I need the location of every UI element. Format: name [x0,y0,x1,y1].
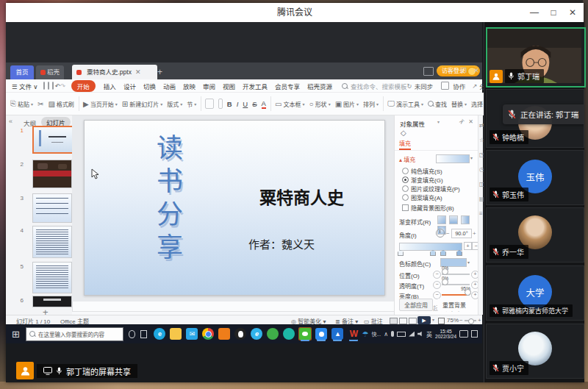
taskbar-app-green[interactable] [267,328,279,340]
brightness-slider[interactable] [442,291,470,298]
apps-grid-icon[interactable] [423,67,434,76]
collaborate-button[interactable]: 协作 [440,82,465,90]
taskbar-search[interactable]: 在这里输入你要搜索的内容 [26,327,124,341]
menu-animation[interactable]: 动画 [163,82,176,90]
bold-button[interactable]: B [227,100,232,108]
slide-thumbnail-1[interactable] [32,126,74,154]
section-button[interactable]: 节▾ [187,100,196,108]
action-center-icon[interactable] [471,330,478,338]
screenshot-tool-icon[interactable] [459,330,468,338]
tray-expand-icon[interactable]: ∧ [384,331,388,338]
rail-icon[interactable]: ☆ [479,133,482,148]
rail-icon[interactable]: ≡ [479,207,482,221]
participant-tile-jiaxiaoning[interactable]: 贾小宁 [486,324,584,379]
tab-docer[interactable]: 稻壳 [36,65,64,79]
menu-start[interactable]: 开始 [71,80,96,92]
add-stop-button[interactable]: + [464,242,472,250]
find-button[interactable]: 查找 [428,100,447,108]
taskbar-app-orange[interactable] [218,328,230,340]
hide-background-checkbox[interactable]: 隐藏背景图形(B) [402,204,454,212]
fill-tab[interactable]: 填充 [399,139,411,150]
slide-thumbnail-6[interactable] [32,296,72,307]
play-options-icon[interactable]: ▾ [432,317,434,322]
angle-value[interactable]: 90.0° [451,229,472,238]
format-painter-button[interactable]: ▨格式刷 [48,100,74,108]
cortana-icon[interactable] [129,330,135,338]
wps-close-icon[interactable]: ✕ [470,65,482,76]
menu-review[interactable]: 审阅 [203,82,215,90]
sync-status[interactable]: ↻未同步 [407,82,434,90]
input-language[interactable]: 英 [426,330,432,338]
arrange-button[interactable]: 排列▾ [363,100,379,108]
taskbar-app-ie[interactable]: e [251,328,262,340]
menu-transition[interactable]: 切换 [143,82,156,90]
paste-button[interactable]: ⎘粘贴▾ [10,99,33,108]
slide[interactable]: 读书分享 粟特商人史 作者：魏义天 [84,120,385,296]
taskbar-app-qq[interactable] [234,328,246,340]
microphone-icon[interactable] [391,331,394,337]
taskbar-app-mail[interactable]: ✉ [186,328,198,340]
italic-button[interactable]: I [237,100,239,108]
normal-view-icon[interactable] [390,318,398,324]
new-tab-button[interactable]: + [157,67,162,77]
cut-icon[interactable]: ✂ [37,100,43,108]
taskbar-app-meeting[interactable] [315,328,327,340]
replace-button[interactable]: 替换▾ [451,100,467,108]
command-search[interactable]: 查找命令、搜索模板 [342,82,407,90]
fill-option-solid[interactable]: 纯色填充(S) [402,167,442,175]
gradient-style-1[interactable] [437,215,446,224]
tab-home[interactable]: 首页 [10,65,34,79]
apply-all-button[interactable]: 全部应用 [399,299,433,311]
menu-slideshow[interactable]: 放映 [183,82,196,90]
chevron-down-icon[interactable]: ▾ [467,260,470,265]
zoom-out-icon[interactable]: − [459,317,463,324]
rail-icon[interactable]: ▤ [479,192,482,207]
rail-icon[interactable]: ◷ [479,163,482,177]
participant-tile-zhonghaonan[interactable]: 正在讲话: 郭丁瑞 钟皓楠 [486,89,584,148]
present-tools-button[interactable]: 🖵演示工具▾ [387,99,423,108]
taskbar-app-explorer[interactable] [170,328,182,340]
network-icon[interactable] [409,332,415,337]
gradient-stop-1[interactable] [398,250,404,256]
rail-icon[interactable]: ◫ [479,177,482,192]
redo-icon[interactable]: ↷ [60,82,65,90]
menu-view[interactable]: 视图 [223,82,235,90]
tab-document[interactable]: 粟特商人史.pptx ✕ [72,65,157,79]
wps-minimize-icon[interactable]: — [445,65,457,76]
pin-icon[interactable]: ⊼ [458,118,466,126]
volume-icon[interactable] [417,331,423,337]
participant-tile-guoyanan[interactable]: 大学 郭雅楠内蒙古师范大学 [486,265,584,321]
save-icon[interactable] [43,82,45,90]
gradient-stop-bar[interactable] [399,243,462,251]
task-view-icon[interactable] [140,330,147,338]
underline-button[interactable]: U [243,100,248,108]
collapse-panel-icon[interactable]: « [9,118,12,125]
sorter-view-icon[interactable] [399,318,407,324]
taskbar-app-wechat-active[interactable] [298,327,312,340]
picture-button[interactable]: ▣图片▾ [335,100,359,108]
slide-thumbnail-4[interactable] [32,226,72,258]
taskbar-app-chrome[interactable] [202,328,214,340]
menu-design[interactable]: 设计 [123,82,136,90]
slide-thumbnail-3[interactable] [32,193,72,223]
reading-view-icon[interactable] [409,318,417,324]
fill-option-gradient[interactable]: 渐变填充(G) [402,176,443,184]
undo-icon[interactable]: ↶ [55,82,60,90]
slide-vertical-title[interactable]: 读书分享 [148,134,186,266]
clock[interactable]: 15:452022/3/24 [435,329,456,340]
shape-button[interactable]: ○形状▾ [309,100,331,108]
menu-devtools[interactable]: 开发工具 [243,82,268,90]
gradient-style-3[interactable] [461,215,470,224]
output-icon[interactable] [48,82,49,90]
gradient-stop-2[interactable] [430,250,436,256]
print-icon[interactable] [52,82,54,90]
chevron-down-icon[interactable]: ▾ [470,155,473,160]
angle-decrease[interactable]: − [446,230,450,237]
fill-option-picture[interactable]: 图片或纹理填充(P) [402,185,460,193]
participant-tile-qiaoyihua[interactable]: 乔一华 [486,207,584,263]
fill-option-pattern[interactable]: 图案填充(A) [402,193,442,201]
slideshow-play-button[interactable]: ▶ [417,316,431,324]
play-from-page-button[interactable]: ▶当页开始▾ [83,100,118,108]
strikethrough-button[interactable]: S [252,100,257,108]
font-size-select[interactable] [218,99,223,109]
